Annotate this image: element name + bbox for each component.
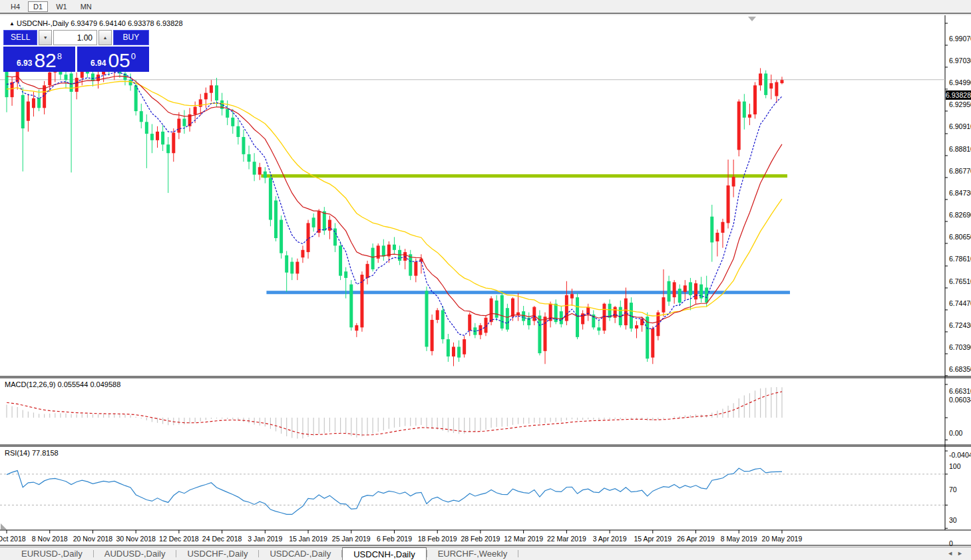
tab-scroll-arrows[interactable]: ◄►: [947, 550, 967, 557]
buy-price-small: 6.94: [91, 59, 106, 68]
one-click-trade-panel: SELL ▼ ▲ BUY 6.93 82 8 6.94 05 0: [3, 30, 149, 72]
price-axis-label: 6.86770: [949, 167, 971, 175]
terminal-window: H4D1W1MN ▲ USDCNH-,Daily 6.93479 6.94140…: [0, 0, 971, 560]
price-axis-label: 6.80650: [949, 233, 971, 241]
buy-price-big: 05: [108, 51, 130, 70]
timeframe-button-d1[interactable]: D1: [28, 1, 48, 12]
timeframe-button-mn[interactable]: MN: [75, 1, 97, 12]
timeframe-toolbar: H4D1W1MN: [0, 0, 971, 14]
date-axis-label: 18 Feb 2019: [418, 535, 457, 543]
volume-increase-button[interactable]: ▲: [98, 30, 112, 45]
date-axis-label: 20 May 2019: [762, 535, 803, 543]
rsi-indicator-label: RSI(14) 77.8158: [5, 449, 59, 457]
ohlc-high: 6.94140: [99, 19, 126, 27]
chart-header: ▲ USDCNH-,Daily 6.93479 6.94140 6.93378 …: [9, 19, 183, 27]
buy-button[interactable]: BUY: [113, 30, 149, 45]
price-axis-label: 6.70390: [949, 343, 971, 351]
date-axis-label: 6 Feb 2019: [377, 535, 412, 543]
rsi-axis-label: 70: [949, 486, 957, 493]
sell-button[interactable]: SELL: [3, 30, 37, 45]
macd-indicator-label: MACD(12,26,9) 0.055544 0.049588: [5, 380, 120, 388]
price-axis-label: 6.99070: [949, 35, 971, 43]
date-axis-label: 22 Mar 2019: [547, 535, 586, 543]
timeframe-button-w1[interactable]: W1: [51, 1, 73, 12]
tab-scroll-left-icon[interactable]: ◄: [947, 550, 957, 557]
sell-price-box[interactable]: 6.93 82 8: [3, 47, 75, 72]
date-axis-label: 29 Oct 2018: [0, 535, 26, 543]
date-axis-label: 3 Jan 2019: [248, 535, 282, 543]
macd-axis-label: 0.060342: [949, 396, 971, 404]
current-price-tag: 6.93828: [946, 90, 971, 100]
date-axis-label: 24 Dec 2018: [202, 535, 242, 543]
collapse-icon[interactable]: ▲: [9, 21, 15, 27]
sell-price-big: 82: [34, 51, 56, 70]
symbol-tab-bar: EURUSD-,DailyAUDUSD-,DailyUSDCHF-,DailyU…: [0, 547, 971, 560]
chart-tab-audusd-daily[interactable]: AUDUSD-,Daily: [94, 547, 176, 560]
date-axis-label: 8 Nov 2018: [32, 535, 68, 543]
chart-tab-eurchf-weekly[interactable]: EURCHF-,Weekly: [427, 547, 518, 560]
buy-price-sup: 0: [131, 51, 136, 61]
date-axis-label: 8 May 2019: [721, 535, 757, 543]
price-axis-label: 6.88810: [949, 145, 971, 153]
chart-tab-eurusd-daily[interactable]: EURUSD-,Daily: [11, 547, 93, 560]
chart-symbol-label: USDCNH-,Daily: [17, 19, 69, 27]
chart-tab-usdcnh-daily[interactable]: USDCNH-,Daily: [342, 547, 426, 560]
date-axis-label: 12 Dec 2018: [159, 535, 199, 543]
date-axis-label: 30 Nov 2018: [116, 535, 156, 543]
date-axis-label: 12 Mar 2019: [504, 535, 543, 543]
buy-price-box[interactable]: 6.94 05 0: [77, 47, 149, 72]
timeframe-button-h4[interactable]: H4: [5, 1, 25, 12]
price-axis-label: 6.82690: [949, 211, 971, 219]
date-axis-label: 28 Feb 2019: [461, 535, 500, 543]
sell-price-small: 6.93: [17, 59, 32, 68]
ohlc-close: 6.93828: [156, 19, 183, 27]
price-axis-label: 6.84730: [949, 189, 971, 197]
price-axis-label: 6.68350: [949, 365, 971, 373]
sell-price-sup: 8: [57, 51, 62, 61]
tab-separator: [518, 550, 518, 557]
price-axis-label: 6.92950: [949, 100, 971, 108]
price-axis-label: 6.94990: [949, 78, 971, 86]
date-axis-label: 25 Jan 2019: [332, 535, 371, 543]
price-axis-label: 6.74470: [949, 299, 971, 307]
price-axis-label: 6.76510: [949, 277, 971, 285]
price-axis-label: 6.90910: [949, 122, 971, 130]
date-axis-label: 15 Apr 2019: [634, 535, 672, 543]
price-axis-label: 6.97030: [949, 57, 971, 65]
chart-tab-usdcad-daily[interactable]: USDCAD-,Daily: [259, 547, 341, 560]
price-chart-canvas[interactable]: [0, 15, 971, 547]
rsi-axis-label: 30: [949, 516, 957, 524]
ohlc-open: 6.93479: [71, 19, 97, 27]
macd-axis-label: -0.040415: [949, 451, 971, 459]
volume-decrease-button[interactable]: ▼: [39, 30, 52, 45]
price-axis-label: 6.72430: [949, 321, 971, 329]
price-axis-label: 6.78610: [949, 255, 971, 263]
macd-axis-label: 0.00: [949, 429, 962, 437]
ohlc-low: 6.93378: [128, 19, 154, 27]
chart-area[interactable]: ▲ USDCNH-,Daily 6.93479 6.94140 6.93378 …: [0, 15, 971, 547]
chart-tab-usdchf-daily[interactable]: USDCHF-,Daily: [176, 547, 258, 560]
volume-input[interactable]: [53, 30, 97, 45]
price-axis-label: 6.66310: [949, 387, 971, 395]
date-axis-label: 3 Apr 2019: [593, 535, 627, 543]
rsi-axis-label: 100: [949, 462, 961, 470]
date-axis-label: 26 Apr 2019: [677, 535, 715, 543]
date-axis-label: 15 Jan 2019: [289, 535, 327, 543]
tab-scroll-right-icon[interactable]: ►: [957, 550, 967, 557]
date-axis-label: 20 Nov 2018: [73, 535, 113, 543]
